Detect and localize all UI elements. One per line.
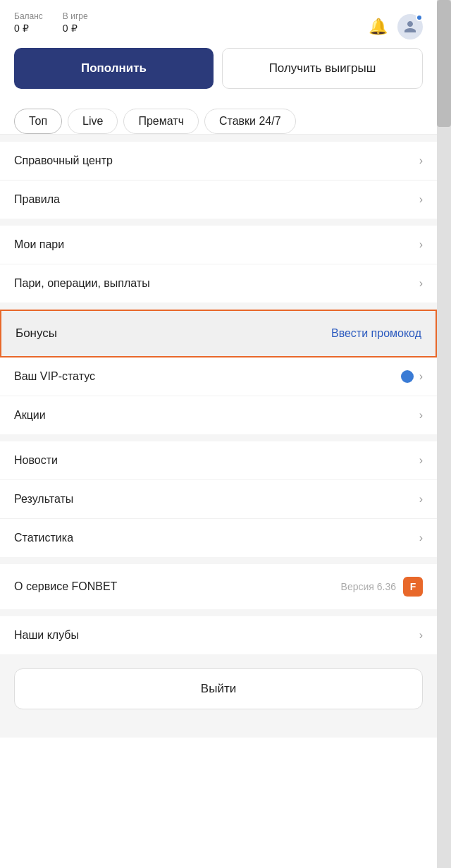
news-label: Новости xyxy=(14,454,58,467)
menu-group-vip: Ваш VIP-статус › Акции › xyxy=(0,357,437,434)
about-right: Версия 6.36 F xyxy=(341,577,423,597)
chevron-icon: › xyxy=(419,238,423,251)
chevron-icon: › xyxy=(419,629,423,642)
menu-group-news: Новости › Результаты › Статистика › xyxy=(0,441,437,557)
menu-item-bonuses[interactable]: Бонусы Ввести промокод xyxy=(0,310,437,357)
menu-item-results[interactable]: Результаты › xyxy=(0,480,437,519)
promotions-label: Акции xyxy=(14,409,46,422)
clubs-label: Наши клубы xyxy=(14,629,79,642)
rules-label: Правила xyxy=(14,193,60,206)
my-bets-label: Мои пари xyxy=(14,238,64,251)
tab-prematch[interactable]: Прематч xyxy=(123,109,199,134)
stats-label: Статистика xyxy=(14,532,73,544)
about-label: О сервисе FONBET xyxy=(14,580,117,593)
user-avatar[interactable] xyxy=(397,14,423,39)
chevron-icon: › xyxy=(419,277,423,290)
notification-dot xyxy=(416,14,423,21)
chevron-icon: › xyxy=(419,493,423,506)
balance-item: Баланс 0 ₽ xyxy=(14,11,43,34)
menu-item-promotions[interactable]: Акции › xyxy=(0,396,437,434)
header: Баланс 0 ₽ В игре 0 ₽ 🔔 xyxy=(0,0,437,48)
balance-label: Баланс xyxy=(14,11,43,21)
logout-button[interactable]: Выйти xyxy=(14,668,423,709)
bell-icon[interactable]: 🔔 xyxy=(366,16,389,38)
menu-item-help[interactable]: Справочный центр › xyxy=(0,142,437,181)
menu-item-clubs[interactable]: Наши клубы › xyxy=(0,616,437,654)
in-game-item: В игре 0 ₽ xyxy=(63,11,88,34)
results-label: Результаты xyxy=(14,493,73,506)
balance-value: 0 ₽ xyxy=(14,23,43,34)
scrollbar[interactable] xyxy=(437,0,451,868)
chevron-icon: › xyxy=(419,370,423,383)
deposit-button[interactable]: Пополнить xyxy=(14,48,214,89)
action-buttons: Пополнить Получить выигрыш xyxy=(0,48,437,100)
operations-label: Пари, операции, выплаты xyxy=(14,277,150,290)
balance-section: Баланс 0 ₽ В игре 0 ₽ xyxy=(14,11,88,34)
withdraw-button[interactable]: Получить выигрыш xyxy=(222,48,423,89)
menu-item-my-bets[interactable]: Мои пари › xyxy=(0,226,437,264)
help-label: Справочный центр xyxy=(14,154,113,167)
tabs-section: Топ Live Прематч Ставки 24/7 xyxy=(0,100,437,135)
chevron-icon: › xyxy=(419,409,423,422)
menu-section: Справочный центр › Правила › Мои пари › … xyxy=(0,135,437,738)
menu-item-operations[interactable]: Пари, операции, выплаты › xyxy=(0,264,437,302)
tabs-row: Топ Live Прематч Ставки 24/7 xyxy=(14,109,423,134)
version-text: Версия 6.36 xyxy=(341,581,396,592)
vip-right: › xyxy=(401,370,423,383)
menu-item-news[interactable]: Новости › xyxy=(0,441,437,480)
bonuses-label: Бонусы xyxy=(16,326,57,341)
chevron-icon: › xyxy=(419,454,423,467)
menu-item-vip[interactable]: Ваш VIP-статус › xyxy=(0,357,437,396)
chevron-icon: › xyxy=(419,154,423,167)
menu-item-stats[interactable]: Статистика › xyxy=(0,519,437,557)
chevron-icon: › xyxy=(419,532,423,544)
header-icons: 🔔 xyxy=(366,11,423,39)
in-game-label: В игре xyxy=(63,11,88,21)
tab-live[interactable]: Live xyxy=(68,109,118,134)
menu-group-clubs: Наши клубы › xyxy=(0,616,437,654)
menu-item-about[interactable]: О сервисе FONBET Версия 6.36 F xyxy=(0,564,437,609)
tab-top[interactable]: Топ xyxy=(14,109,62,134)
menu-group-bets: Мои пари › Пари, операции, выплаты › xyxy=(0,226,437,302)
vip-label: Ваш VIP-статус xyxy=(14,370,95,383)
fonbet-icon: F xyxy=(403,577,423,597)
in-game-value: 0 ₽ xyxy=(63,23,88,34)
tab-bets247[interactable]: Ставки 24/7 xyxy=(204,109,296,134)
chevron-icon: › xyxy=(419,193,423,206)
menu-group-about: О сервисе FONBET Версия 6.36 F xyxy=(0,564,437,609)
logout-section: Выйти xyxy=(0,661,437,731)
vip-dot xyxy=(401,370,414,383)
promo-link[interactable]: Ввести промокод xyxy=(331,327,421,340)
scrollbar-thumb[interactable] xyxy=(437,0,451,127)
menu-group-help: Справочный центр › Правила › xyxy=(0,142,437,219)
menu-item-rules[interactable]: Правила › xyxy=(0,181,437,219)
